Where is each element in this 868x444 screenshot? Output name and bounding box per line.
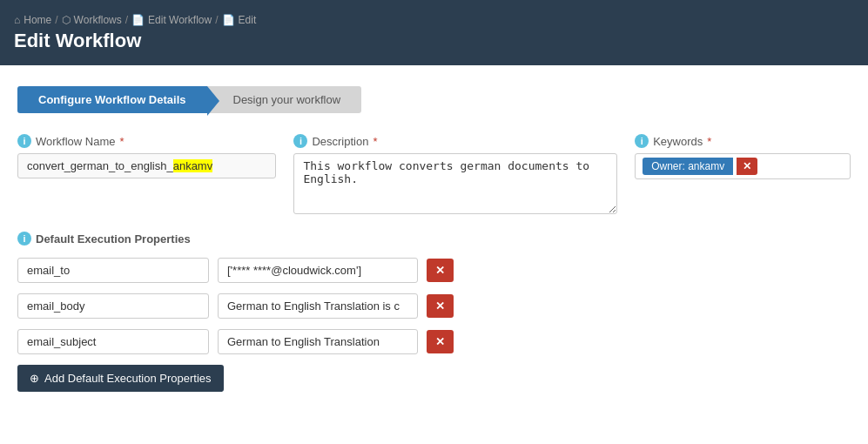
keywords-label: i Keywords * [635, 134, 851, 148]
workflow-name-group: i Workflow Name * convert_german_to_engl… [17, 134, 276, 214]
prop-key-1[interactable] [17, 293, 209, 319]
workflow-name-label: i Workflow Name * [17, 134, 276, 148]
workflow-name-prefix: convert_german_to_english_ [27, 159, 173, 172]
prop-remove-0[interactable]: ✕ [427, 259, 454, 282]
description-info-icon: i [293, 134, 307, 148]
file-icon-2: 📄 [222, 14, 235, 26]
property-row-1: ✕ [17, 293, 851, 319]
description-input[interactable]: This workflow converts german documents … [293, 153, 617, 214]
property-row-2: ✕ [17, 329, 851, 354]
plus-icon: ⊕ [30, 372, 39, 385]
stepper: Configure Workflow Details Design your w… [17, 86, 851, 113]
navbar: ⌂ Home / ⬡ Workflows / 📄 Edit Workflow /… [0, 0, 868, 65]
prop-val-1[interactable] [218, 293, 418, 319]
home-icon: ⌂ [14, 14, 20, 26]
main-content: Configure Workflow Details Design your w… [0, 65, 868, 444]
add-execution-property-button[interactable]: ⊕ Add Default Execution Properties [17, 365, 224, 392]
breadcrumb-edit-workflow[interactable]: Edit Workflow [148, 14, 212, 26]
prop-key-0[interactable] [17, 258, 209, 283]
breadcrumb: ⌂ Home / ⬡ Workflows / 📄 Edit Workflow /… [14, 14, 854, 26]
prop-remove-1[interactable]: ✕ [427, 294, 454, 318]
keywords-container: Owner: ankamv ✕ [635, 153, 851, 179]
property-rows: ✕ ✕ ✕ [17, 258, 851, 354]
description-label: i Description * [293, 134, 617, 148]
step-design[interactable]: Design your workflow [207, 86, 362, 113]
file-icon-1: 📄 [131, 14, 145, 26]
workflow-name-highlight: ankamv [173, 159, 213, 172]
workflow-name-info-icon: i [17, 134, 31, 148]
step-configure[interactable]: Configure Workflow Details [17, 86, 207, 113]
page-title: Edit Workflow [14, 30, 854, 52]
description-group: i Description * This workflow converts g… [293, 134, 617, 214]
workflow-name-display[interactable]: convert_german_to_english_ankamv [17, 153, 276, 178]
execution-properties-section-title: i Default Execution Properties [17, 232, 851, 246]
breadcrumb-edit: Edit [239, 14, 257, 26]
breadcrumb-workflows[interactable]: Workflows [74, 14, 122, 26]
keywords-info-icon: i [635, 134, 649, 148]
prop-remove-2[interactable]: ✕ [427, 330, 454, 353]
prop-val-0[interactable] [218, 258, 418, 283]
prop-val-2[interactable] [218, 329, 418, 354]
execution-info-icon: i [17, 232, 31, 246]
keywords-group: i Keywords * Owner: ankamv ✕ [635, 134, 851, 214]
property-row-0: ✕ [17, 258, 851, 283]
keyword-tag: Owner: ankamv ✕ [643, 158, 757, 175]
keyword-tag-remove-button[interactable]: ✕ [737, 158, 757, 175]
keyword-tag-label: Owner: ankamv [643, 158, 733, 175]
breadcrumb-home[interactable]: Home [24, 14, 51, 26]
top-form-row: i Workflow Name * convert_german_to_engl… [17, 134, 851, 214]
prop-key-2[interactable] [17, 329, 209, 354]
workflow-icon: ⬡ [62, 14, 71, 26]
